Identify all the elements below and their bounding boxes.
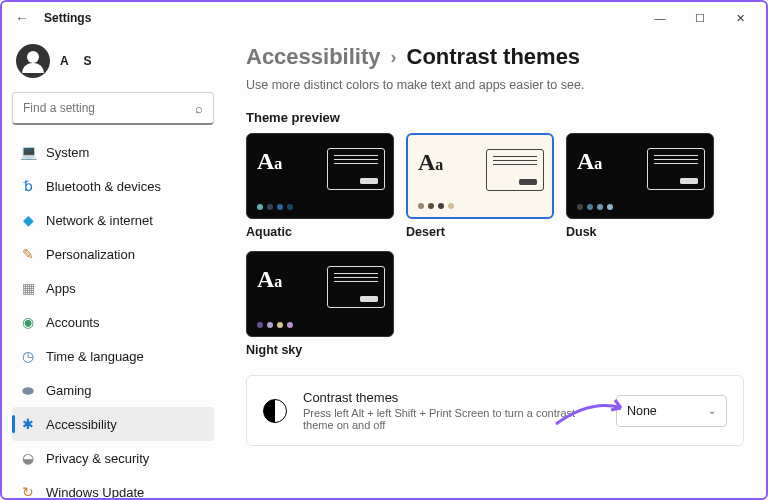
minimize-button[interactable]: ― [640,4,680,32]
nav-label: Personalization [46,247,135,262]
sidebar-item-system[interactable]: 💻System [12,135,214,169]
nav-icon: 💻 [20,144,36,160]
profile-name: A S [60,54,98,68]
breadcrumb: Accessibility › Contrast themes [246,44,744,70]
contrast-icon [263,399,287,423]
back-button[interactable]: ← [8,10,36,26]
nav-label: Apps [46,281,76,296]
theme-name: Desert [406,225,554,239]
nav-label: Network & internet [46,213,153,228]
sidebar-item-windows-update[interactable]: ↻Windows Update [12,475,214,498]
nav-label: Time & language [46,349,144,364]
page-title: Contrast themes [407,44,581,70]
nav-icon: ▦ [20,280,36,296]
nav-icon: ◷ [20,348,36,364]
avatar [16,44,50,78]
titlebar: ← Settings ― ☐ ✕ [2,2,766,34]
theme-dropdown[interactable]: None ⌄ [616,395,727,427]
chevron-down-icon: ⌄ [708,405,716,416]
theme-thumb: Aa [566,133,714,219]
maximize-button[interactable]: ☐ [680,4,720,32]
sidebar-item-personalization[interactable]: ✎Personalization [12,237,214,271]
nav-label: Bluetooth & devices [46,179,161,194]
sidebar-item-apps[interactable]: ▦Apps [12,271,214,305]
profile[interactable]: A S [12,38,214,88]
nav-icon: ◆ [20,212,36,228]
nav-icon: ◉ [20,314,36,330]
nav-icon: ↻ [20,484,36,498]
contrast-panel: Contrast themes Press left Alt + left Sh… [246,375,744,446]
sidebar-item-privacy-security[interactable]: ◒Privacy & security [12,441,214,475]
window-title: Settings [44,11,91,25]
breadcrumb-parent[interactable]: Accessibility [246,44,381,70]
nav-label: System [46,145,89,160]
theme-grid: AaAquaticAaDesertAaDuskAaNight sky [246,133,744,357]
search-box[interactable]: ⌕ [12,92,214,125]
nav-icon: ✱ [20,416,36,432]
nav-icon: ◒ [20,450,36,466]
theme-card-dusk[interactable]: AaDusk [566,133,714,239]
theme-card-aquatic[interactable]: AaAquatic [246,133,394,239]
nav-icon: ⬬ [20,382,36,398]
page-subtitle: Use more distinct colors to make text an… [246,78,744,92]
nav-icon: ✎ [20,246,36,262]
search-input[interactable] [13,101,185,115]
theme-thumb: Aa [246,251,394,337]
section-label: Theme preview [246,110,744,125]
panel-desc: Press left Alt + left Shift + Print Scre… [303,407,600,431]
theme-thumb: Aa [406,133,554,219]
theme-name: Aquatic [246,225,394,239]
theme-thumb: Aa [246,133,394,219]
sidebar: A S ⌕ 💻System␢Bluetooth & devices◆Networ… [2,34,224,498]
nav-label: Gaming [46,383,92,398]
nav-icon: ␢ [20,178,36,194]
dropdown-value: None [627,404,657,418]
nav-label: Privacy & security [46,451,149,466]
chevron-right-icon: › [391,47,397,68]
nav-label: Accounts [46,315,99,330]
nav-label: Accessibility [46,417,117,432]
main-content: Accessibility › Contrast themes Use more… [224,34,766,498]
sidebar-item-accounts[interactable]: ◉Accounts [12,305,214,339]
theme-card-night-sky[interactable]: AaNight sky [246,251,394,357]
theme-name: Night sky [246,343,394,357]
close-button[interactable]: ✕ [720,4,760,32]
theme-card-desert[interactable]: AaDesert [406,133,554,239]
sidebar-item-accessibility[interactable]: ✱Accessibility [12,407,214,441]
sidebar-item-bluetooth-devices[interactable]: ␢Bluetooth & devices [12,169,214,203]
sidebar-item-network-internet[interactable]: ◆Network & internet [12,203,214,237]
sidebar-item-gaming[interactable]: ⬬Gaming [12,373,214,407]
search-icon[interactable]: ⌕ [185,101,213,116]
nav-label: Windows Update [46,485,144,499]
nav-list: 💻System␢Bluetooth & devices◆Network & in… [12,135,214,498]
settings-window: ← Settings ― ☐ ✕ A S ⌕ 💻System␢Bluetooth… [0,0,768,500]
theme-name: Dusk [566,225,714,239]
sidebar-item-time-language[interactable]: ◷Time & language [12,339,214,373]
panel-title: Contrast themes [303,390,600,405]
